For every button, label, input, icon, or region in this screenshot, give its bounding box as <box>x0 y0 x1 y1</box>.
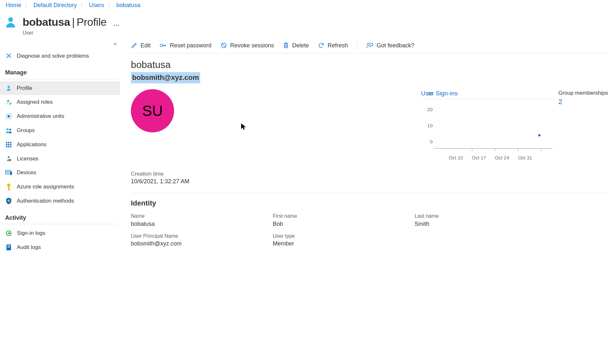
breadcrumb-home[interactable]: Home <box>6 1 21 9</box>
sidebar-item-applications[interactable]: Applications <box>0 138 120 152</box>
avatar: SU <box>131 89 174 132</box>
svg-rect-17 <box>9 159 11 161</box>
chevron-right-icon: 〉 <box>108 2 113 9</box>
chart-title: User Sign-ins <box>421 89 553 99</box>
sidebar-item-label: Assigned roles <box>17 98 53 106</box>
collapse-sidebar-button[interactable]: « <box>0 38 120 49</box>
sidebar: « Diagnose and solve problems Manage Pro… <box>0 38 120 261</box>
license-icon <box>5 155 12 162</box>
svg-rect-10 <box>6 144 7 145</box>
field-value: bobsmith@xyz.com <box>131 240 266 248</box>
svg-rect-4 <box>8 115 10 118</box>
svg-point-24 <box>8 199 10 202</box>
breadcrumb-directory[interactable]: Default Directory <box>34 1 77 9</box>
sidebar-item-label: Audit logs <box>17 244 41 251</box>
sidebar-item-label: Authentication methods <box>17 197 74 205</box>
svg-rect-9 <box>10 142 11 143</box>
grid-dashed-icon <box>5 113 12 120</box>
reset-password-button[interactable]: Reset password <box>160 42 211 50</box>
breadcrumb-users[interactable]: Users <box>89 1 104 9</box>
svg-point-31 <box>368 43 370 45</box>
group-memberships[interactable]: Group memberships 2 <box>558 89 608 107</box>
more-button[interactable]: … <box>113 20 120 27</box>
sidebar-item-audit-logs[interactable]: Audit logs <box>0 240 120 254</box>
chevron-right-icon: 〉 <box>81 2 85 9</box>
sidebar-item-label: Groups <box>17 127 35 134</box>
revoke-sessions-button[interactable]: Revoke sessions <box>221 42 274 50</box>
user-display-name: bobatusa <box>131 58 608 72</box>
cursor-icon <box>240 123 246 130</box>
svg-point-2 <box>7 100 9 102</box>
x-tick: Oct 31 <box>529 154 553 161</box>
feedback-button[interactable]: Got feedback? <box>366 42 414 50</box>
svg-rect-7 <box>6 142 7 143</box>
delete-button[interactable]: Delete <box>283 42 309 50</box>
y-tick: 20 <box>421 106 433 113</box>
identity-heading: Identity <box>131 198 608 208</box>
group-icon <box>5 127 12 134</box>
breadcrumb-current[interactable]: bobatusa <box>116 1 140 9</box>
user-check-icon <box>5 99 12 106</box>
svg-rect-27 <box>7 245 10 246</box>
svg-rect-12 <box>10 144 11 145</box>
sidebar-item-diagnose[interactable]: Diagnose and solve problems <box>0 49 120 63</box>
svg-rect-13 <box>6 146 7 147</box>
signin-icon <box>5 230 12 237</box>
sidebar-item-azure-role[interactable]: Azure role assignments <box>0 180 120 194</box>
identity-field: User typeMember <box>273 233 408 248</box>
signins-chart[interactable]: User Sign-ins 0102030 Oct 10Oct 17Oct 24… <box>421 89 553 161</box>
book-icon <box>5 244 12 251</box>
user-email[interactable]: bobsmith@xyz.com <box>131 72 200 83</box>
user-icon <box>3 14 18 29</box>
svg-point-29 <box>160 44 163 47</box>
svg-rect-28 <box>7 247 10 247</box>
svg-rect-8 <box>8 142 9 143</box>
page-title: bobatusa|Profile … <box>23 14 120 30</box>
chevron-right-icon: 〉 <box>25 2 30 9</box>
sidebar-item-label: Devices <box>17 169 36 177</box>
sidebar-item-groups[interactable]: Groups <box>0 123 120 138</box>
page-subtitle: User <box>23 29 120 36</box>
field-label: Last name <box>415 213 608 220</box>
sidebar-item-licenses[interactable]: Licenses <box>0 152 120 166</box>
edit-button[interactable]: Edit <box>131 42 151 50</box>
shield-icon <box>5 197 12 205</box>
sidebar-item-label: Administrative units <box>17 112 64 120</box>
sidebar-item-label: Profile <box>17 84 32 92</box>
page-header: bobatusa|Profile … User <box>0 10 608 38</box>
y-tick: 30 <box>421 90 433 97</box>
sidebar-item-auth-methods[interactable]: Authentication methods <box>0 194 120 208</box>
identity-field: First nameBob <box>273 213 408 228</box>
sidebar-item-devices[interactable]: Devices <box>0 166 120 180</box>
field-value: Member <box>273 240 408 248</box>
wrench-icon <box>5 52 12 59</box>
action-bar: Edit Reset password Revoke sessions Dele… <box>131 38 608 53</box>
sidebar-item-roles[interactable]: Assigned roles <box>0 95 120 109</box>
user-icon <box>5 84 12 91</box>
svg-point-1 <box>8 86 10 88</box>
data-point <box>538 134 541 136</box>
apps-icon <box>5 141 12 148</box>
device-icon <box>5 169 12 176</box>
main-content: Edit Reset password Revoke sessions Dele… <box>120 38 608 261</box>
identity-field: Namebobatusa <box>131 213 266 228</box>
svg-rect-23 <box>8 189 10 190</box>
identity-field: User Principal Namebobsmith@xyz.com <box>131 233 266 248</box>
svg-point-6 <box>9 129 11 130</box>
svg-rect-14 <box>8 146 9 147</box>
refresh-button[interactable]: Refresh <box>318 42 348 50</box>
svg-rect-11 <box>8 144 9 145</box>
creation-time: Creation time 10/6/2021, 1:32:27 AM <box>131 170 608 186</box>
field-label: First name <box>273 213 408 220</box>
divider <box>131 193 608 193</box>
field-value: Smith <box>415 220 608 228</box>
svg-point-16 <box>8 156 10 158</box>
svg-point-0 <box>8 17 13 22</box>
sidebar-section-activity: Activity <box>2 208 118 224</box>
svg-rect-20 <box>10 172 12 175</box>
sidebar-item-signin-logs[interactable]: Sign-in logs <box>0 226 120 240</box>
sidebar-item-label: Diagnose and solve problems <box>17 52 89 60</box>
sidebar-item-admin-units[interactable]: Administrative units <box>0 109 120 123</box>
field-value: bobatusa <box>131 220 266 228</box>
sidebar-item-profile[interactable]: Profile <box>0 81 120 95</box>
